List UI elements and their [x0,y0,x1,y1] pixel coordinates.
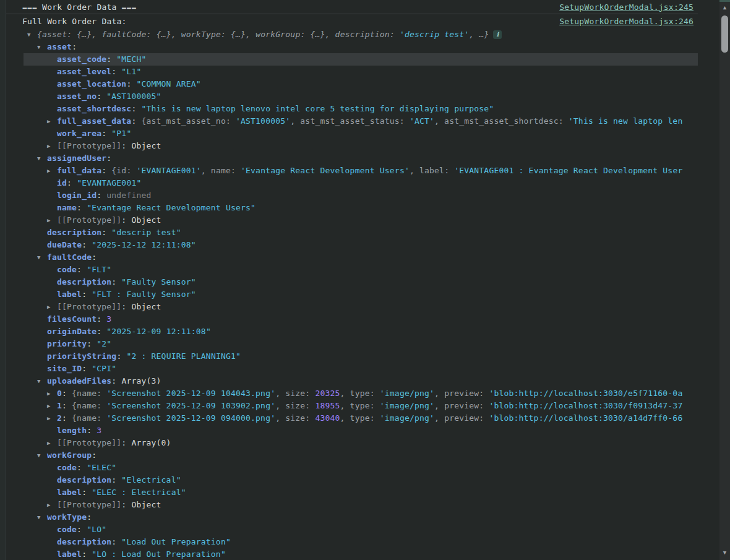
collapse-arrow-icon[interactable]: ▼ [37,449,47,462]
seg-gray: , size: [275,413,315,423]
expand-arrow-icon[interactable]: ▶ [47,115,57,127]
seg-key: code [57,525,77,534]
tree-row[interactable]: ▶0: {name: 'Screenshot 2025-12-09 104043… [6,387,698,400]
seg-gray: [[Prototype]] [57,438,121,447]
expand-arrow-icon[interactable]: ▶ [47,301,57,313]
seg-text: : [82,488,92,497]
seg-value: Object [131,141,161,150]
expand-arrow-icon[interactable]: ▶ [47,140,57,152]
object-tree: ▼{asset: {…}, faultCode: {…}, workType: … [6,28,698,560]
tree-row[interactable]: ▶[[Prototype]]: Object [6,499,698,511]
seg-string: 'blob:http://localhost:3030/f0913d47-37 [489,401,682,410]
seg-value: Object [131,302,161,311]
seg-gray: [[Prototype]] [57,215,121,225]
seg-key: id [57,178,67,187]
tree-row[interactable]: ▶[[Prototype]]: Object [6,140,698,152]
seg-text: : [77,525,87,534]
tree-row: id: "EVANTAGE001" [6,177,698,189]
seg-dim: undefined [106,191,151,200]
seg-string: "P1" [111,129,131,138]
seg-text: : [131,104,141,113]
scrollbar-accent [719,0,730,2]
tree-row[interactable]: ▼workType: [6,511,698,523]
seg-string: 'image/png' [380,401,434,410]
seg-text: : [87,426,97,435]
seg-text: : [121,500,131,509]
seg-key: label [57,549,82,559]
seg-string: "L1" [121,67,141,76]
seg-string: "LO" [87,525,106,534]
seg-text: : [101,166,111,175]
collapse-arrow-icon[interactable]: ▼ [37,375,47,387]
seg-key: full_data [57,166,101,175]
seg-key: length [57,426,87,435]
source-link[interactable]: SetupWorkOrderModal.jsx:246 [559,17,694,26]
tree-row[interactable]: ▶[[Prototype]]: Object [6,301,698,313]
tree-row[interactable]: ▶2: {name: 'Screenshot 2025-12-09 094000… [6,412,698,424]
seg-text: : [72,42,77,51]
tree-row[interactable]: ▼assignedUser: [6,152,698,165]
seg-string: "Faulty Sensor" [121,277,195,286]
tree-row: name: "Evantage React Development Users" [6,202,698,214]
seg-text: : [106,54,116,64]
scroll-down-button[interactable]: ▼ [719,549,730,556]
scrollbar[interactable]: ▲ ▼ [719,0,730,560]
seg-gray: {name: [72,401,106,410]
collapse-arrow-icon[interactable]: ▼ [37,511,47,523]
seg-gray: {name: [72,413,106,423]
expand-arrow-icon[interactable]: ▶ [47,214,57,226]
collapse-arrow-icon[interactable]: ▼ [37,152,47,165]
collapse-arrow-icon[interactable]: ▼ [37,41,47,53]
tree-row: asset_location: "COMMON AREA" [6,78,698,90]
tree-row[interactable]: ▶1: {name: 'Screenshot 2025-12-09 103902… [6,400,698,412]
seg-string: "2 : REQUIRE PLANNING1" [126,351,241,361]
devtools-console: === Work Order Data === SetupWorkOrderMo… [0,0,730,560]
source-link[interactable]: SetupWorkOrderModal.jsx:245 [559,2,694,12]
seg-key: faultCode [47,252,92,262]
tree-row[interactable]: ▼uploadedFiles: Array(3) [6,375,698,387]
seg-number: 3 [106,314,111,324]
scroll-up-button[interactable]: ▲ [719,4,730,11]
seg-text: : [82,290,92,299]
tree-row[interactable]: ▼asset: [6,41,698,53]
seg-string: "Electrical" [121,475,181,485]
seg-key: uploadedFiles [47,376,111,386]
tree-row[interactable]: ▶[[Prototype]]: Array(0) [6,437,698,449]
tree-row: priority: "2" [6,338,698,350]
seg-key: 1 [57,401,62,410]
expand-arrow-icon[interactable]: ▶ [47,400,57,412]
seg-string: 'EVANTAGE001' [136,166,200,175]
expand-arrow-icon[interactable]: ▶ [47,437,57,449]
seg-text: : [111,537,121,546]
seg-text: : [131,116,141,126]
tree-row[interactable]: ▼{asset: {…}, faultCode: {…}, workType: … [6,28,698,41]
tree-row[interactable]: ▶[[Prototype]]: Object [6,214,698,226]
seg-text: : [97,92,106,101]
seg-gray: , ast_mst_asset_status: [290,116,410,126]
seg-string: 'blob:http://localhost:3030/e5f71160-0a [489,389,682,398]
seg-text: : [111,475,121,485]
seg-value: Object [131,500,161,509]
seg-gray: [[Prototype]] [57,302,121,311]
scroll-up-icon: ▲ [723,4,726,11]
scroll-down-icon: ▼ [723,549,726,556]
expand-arrow-icon[interactable]: ▶ [47,387,57,400]
scrollbar-thumb[interactable] [721,15,728,53]
tree-row[interactable]: ▼workGroup: [6,449,698,462]
collapse-arrow-icon[interactable]: ▼ [37,251,47,264]
expand-arrow-icon[interactable]: ▶ [47,412,57,424]
expand-arrow-icon[interactable]: ▶ [47,165,57,177]
info-icon: i [493,30,502,39]
seg-text: : [101,129,111,138]
tree-row[interactable]: ▶full_asset_data: {ast_mst_asset_no: 'AS… [6,115,698,127]
tree-row: filesCount: 3 [6,313,698,325]
tree-row[interactable]: ▶full_data: {id: 'EVANTAGE001', name: 'E… [6,165,698,177]
tree-row: label: "LO : Load Out Preparation" [6,548,698,560]
collapse-arrow-icon[interactable]: ▼ [27,28,37,41]
seg-text: : [82,549,92,559]
expand-arrow-icon[interactable]: ▶ [47,499,57,511]
tree-row[interactable]: ▼faultCode: [6,251,698,264]
seg-text: : [87,339,97,348]
seg-key: code [57,265,77,274]
seg-value: Array(3) [121,376,161,386]
